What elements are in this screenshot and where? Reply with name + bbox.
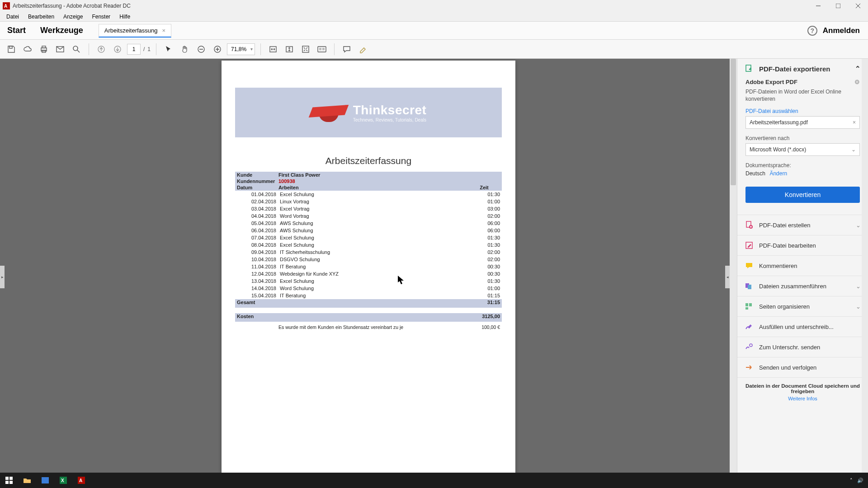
menu-edit[interactable]: Bearbeiten (24, 13, 59, 21)
svg-text:X: X (61, 478, 64, 483)
next-page-icon[interactable] (111, 42, 124, 56)
taskbar-explorer-icon[interactable] (18, 473, 36, 488)
table-row: 10.04.2018DSGVO Schulung02:00 (235, 256, 502, 263)
save-icon[interactable] (5, 42, 18, 56)
zoom-dropdown[interactable]: 71,8% (227, 43, 255, 55)
svg-rect-35 (749, 303, 752, 306)
menu-view[interactable]: Anzeige (59, 13, 87, 21)
page-separator: / (143, 46, 145, 52)
row-work: AWS Schulung (280, 220, 468, 227)
export-pdf-header[interactable]: PDF-Datei exportieren ⌃ (737, 59, 868, 79)
fillsign-icon (745, 322, 754, 331)
kundennr-value: 100938 (278, 178, 500, 184)
highlight-icon[interactable] (356, 42, 370, 56)
select-file-link[interactable]: PDF-Datei auswählen (745, 108, 860, 114)
tool-fill-sign-label: Ausfüllen und unterschreib... (759, 324, 834, 330)
row-work: Excel Vortrag (280, 205, 468, 212)
convert-button[interactable]: Konvertieren (745, 187, 860, 203)
taskbar-excel-icon[interactable]: X (54, 473, 72, 488)
settings-icon[interactable]: ⚙ (854, 79, 860, 85)
tool-send-track[interactable]: Senden und verfolgen (737, 357, 868, 377)
row-work: AWS Schulung (280, 227, 468, 234)
search-icon[interactable] (70, 42, 83, 56)
tab-bar: Start Werkzeuge Arbeitszeiterfassung × ?… (0, 22, 868, 40)
tab-tools[interactable]: Werkzeuge (33, 22, 90, 39)
fit-page-icon[interactable] (283, 42, 296, 56)
tool-fill-sign[interactable]: Ausfüllen und unterschreib... (737, 316, 868, 337)
panel-scrollbar[interactable] (862, 59, 868, 473)
row-work: DSGVO Schulung (280, 256, 468, 263)
tray-chevron-icon[interactable]: ˄ (850, 478, 853, 483)
tool-comment[interactable]: Kommentieren (737, 255, 868, 276)
svg-point-37 (750, 344, 752, 347)
zoom-in-icon[interactable] (211, 42, 224, 56)
close-button[interactable] (848, 0, 868, 12)
right-panel-toggle[interactable]: ◂ (725, 266, 730, 288)
clear-file-icon[interactable]: × (853, 119, 856, 126)
tab-document[interactable]: Arbeitszeiterfassung × (99, 24, 171, 38)
document-viewport[interactable]: ▸ Thinksecret Technews, Reviews, Tutoria… (0, 59, 737, 473)
fit-width-icon[interactable] (266, 42, 280, 56)
svg-rect-40 (5, 481, 9, 484)
tray-volume-icon[interactable]: 🔊 (857, 478, 863, 483)
menu-file[interactable]: Datei (2, 13, 24, 21)
fullscreen-icon[interactable] (299, 42, 312, 56)
table-row: 05.04.2018AWS Schulung06:00 (235, 220, 502, 227)
maximize-button[interactable] (828, 0, 848, 12)
left-panel-toggle[interactable]: ▸ (0, 266, 5, 288)
signin-link[interactable]: Anmelden (823, 26, 860, 35)
tool-edit-pdf[interactable]: PDF-Datei bearbeiten (737, 235, 868, 255)
row-time: 01:00 (468, 285, 500, 292)
gesamt-value: 31:15 (468, 300, 500, 305)
read-mode-icon[interactable] (315, 42, 329, 56)
tab-start[interactable]: Start (0, 22, 33, 39)
export-description: PDF-Dateien in Word oder Excel Online ko… (745, 88, 860, 103)
email-icon[interactable] (53, 42, 67, 56)
row-work: Linux Vortrag (280, 198, 468, 205)
svg-text:A: A (79, 478, 82, 483)
row-date: 07.04.2018 (237, 234, 280, 241)
tool-create-pdf-label: PDF-Datei erstellen (759, 222, 810, 229)
cloud-icon[interactable] (21, 42, 34, 56)
help-icon[interactable]: ? (807, 26, 817, 36)
comment-icon[interactable] (340, 42, 354, 56)
kosten-label: Kosten (237, 314, 278, 319)
minimize-button[interactable] (808, 0, 828, 12)
tool-create-pdf[interactable]: PDF-Datei erstellen ⌄ (737, 215, 868, 235)
row-work: Word Vortrag (280, 212, 468, 220)
format-dropdown[interactable]: Microsoft Word (*.docx) ⌄ (745, 143, 860, 156)
select-tool-icon[interactable] (162, 42, 175, 56)
taskbar-acrobat-icon[interactable]: A (72, 473, 90, 488)
brand-banner: Thinksecret Technews, Reviews, Tutorials… (235, 88, 502, 137)
svg-rect-8 (42, 46, 46, 48)
adobe-export-label: Adobe Export PDF (745, 79, 797, 85)
edit-pdf-icon (745, 241, 754, 250)
page-number-input[interactable] (127, 44, 141, 55)
more-info-link[interactable]: Weitere Infos (743, 396, 863, 401)
prev-page-icon[interactable] (94, 42, 108, 56)
hand-tool-icon[interactable] (178, 42, 192, 56)
viewport-scrollbar[interactable] (730, 59, 737, 473)
svg-rect-22 (302, 46, 309, 52)
taskbar-app-icon[interactable] (36, 473, 54, 488)
row-work: IT Beratung (280, 292, 468, 299)
tab-close-icon[interactable]: × (162, 27, 166, 34)
system-tray[interactable]: ˄ 🔊 (850, 478, 868, 483)
row-time: 01:30 (468, 277, 500, 285)
tool-combine[interactable]: Dateien zusammenführen ⌄ (737, 276, 868, 296)
create-pdf-icon (745, 221, 754, 230)
zoom-out-icon[interactable] (194, 42, 208, 56)
language-change-link[interactable]: Ändern (769, 170, 787, 177)
cloud-promo-text: Dateien in der Document Cloud speichern … (745, 383, 860, 394)
table-row: 02.04.2018Linux Vortrag01:00 (235, 198, 502, 205)
tool-send-sign[interactable]: Zum Unterschr. senden (737, 337, 868, 357)
format-value: Microsoft Word (*.docx) (750, 146, 806, 153)
pdf-page: Thinksecret Technews, Reviews, Tutorials… (222, 61, 515, 473)
chevron-down-icon: ⌄ (856, 283, 861, 290)
print-icon[interactable] (37, 42, 51, 56)
menu-window[interactable]: Fenster (87, 13, 115, 21)
menu-help[interactable]: Hilfe (115, 13, 135, 21)
start-button[interactable] (0, 473, 18, 488)
tool-organize[interactable]: Seiten organisieren ⌄ (737, 296, 868, 316)
zoom-value: 71,8% (231, 46, 246, 52)
